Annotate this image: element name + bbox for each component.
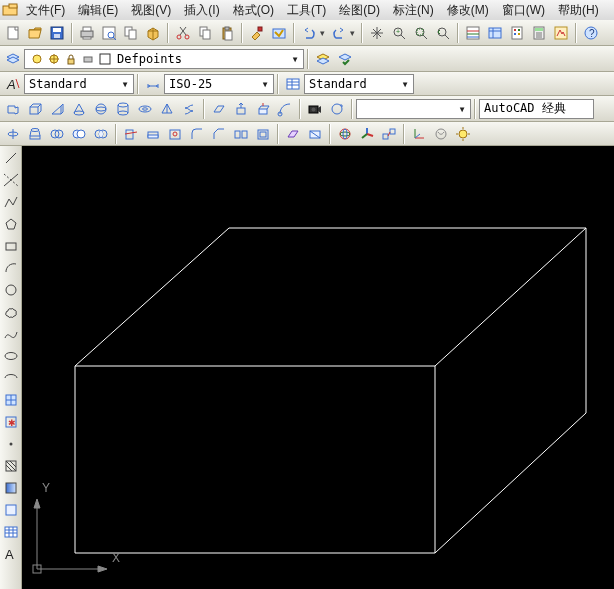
- ucs-icon[interactable]: [408, 123, 430, 145]
- layer-states-icon[interactable]: [334, 48, 356, 70]
- sphere-icon[interactable]: [90, 98, 112, 120]
- polysolid-icon[interactable]: [2, 98, 24, 120]
- wedge-icon[interactable]: [46, 98, 68, 120]
- cone-icon[interactable]: [68, 98, 90, 120]
- box-icon[interactable]: [24, 98, 46, 120]
- menu-tools[interactable]: 工具(T): [281, 1, 333, 20]
- render-icon[interactable]: [452, 123, 474, 145]
- mtext-icon[interactable]: A: [1, 544, 21, 564]
- loft-icon[interactable]: [24, 123, 46, 145]
- menu-window[interactable]: 窗口(W): [496, 1, 552, 20]
- region-icon[interactable]: [1, 500, 21, 520]
- xline-icon[interactable]: [1, 170, 21, 190]
- text-style-combo[interactable]: Standard ▾: [24, 74, 134, 94]
- hatch-icon[interactable]: [1, 456, 21, 476]
- separate-icon[interactable]: [230, 123, 252, 145]
- ellipse-icon[interactable]: [1, 346, 21, 366]
- markup-icon[interactable]: [550, 22, 572, 44]
- table-style-combo[interactable]: Standard ▾: [304, 74, 414, 94]
- pyramid-icon[interactable]: [156, 98, 178, 120]
- workspace-combo[interactable]: AutoCAD 经典: [479, 99, 594, 119]
- imprint-icon[interactable]: [164, 123, 186, 145]
- menu-file[interactable]: 文件(F): [20, 1, 72, 20]
- print-icon[interactable]: [76, 22, 98, 44]
- presspull-icon[interactable]: [252, 98, 274, 120]
- visual-styles-icon[interactable]: [430, 123, 452, 145]
- gradient-icon[interactable]: [1, 478, 21, 498]
- helix-icon[interactable]: [178, 98, 200, 120]
- chamfer-edge-icon[interactable]: [208, 123, 230, 145]
- polyline-icon[interactable]: [1, 192, 21, 212]
- ellipse-arc-icon[interactable]: [1, 368, 21, 388]
- plot-preview-icon[interactable]: [98, 22, 120, 44]
- insert-block-icon[interactable]: [1, 390, 21, 410]
- drawing-canvas[interactable]: Y X: [22, 146, 614, 589]
- copy-icon[interactable]: [194, 22, 216, 44]
- rectangle-icon[interactable]: [1, 236, 21, 256]
- menu-format[interactable]: 格式(O): [227, 1, 281, 20]
- camera-icon[interactable]: [304, 98, 326, 120]
- menu-dim[interactable]: 标注(N): [387, 1, 441, 20]
- make-block-icon[interactable]: ✱: [1, 412, 21, 432]
- intersect-icon[interactable]: [90, 123, 112, 145]
- revcloud-icon[interactable]: [1, 302, 21, 322]
- publish-icon[interactable]: [120, 22, 142, 44]
- arc-icon[interactable]: [1, 258, 21, 278]
- match-prop-icon[interactable]: [246, 22, 268, 44]
- polygon-icon[interactable]: [1, 214, 21, 234]
- line-icon[interactable]: [1, 148, 21, 168]
- tool-palette-icon[interactable]: [506, 22, 528, 44]
- table-style-icon[interactable]: [282, 73, 304, 95]
- solids-input-combo[interactable]: ▾: [356, 99, 471, 119]
- table-icon[interactable]: [1, 522, 21, 542]
- block-editor-icon[interactable]: [268, 22, 290, 44]
- cylinder-icon[interactable]: [112, 98, 134, 120]
- menu-edit[interactable]: 编辑(E): [72, 1, 125, 20]
- menu-help[interactable]: 帮助(H): [552, 1, 606, 20]
- point-icon[interactable]: [1, 434, 21, 454]
- sweep-icon[interactable]: [274, 98, 296, 120]
- cut-icon[interactable]: [172, 22, 194, 44]
- union-icon[interactable]: [46, 123, 68, 145]
- layer-combo[interactable]: Defpoints ▾: [24, 49, 304, 69]
- 3dalign-icon[interactable]: [378, 123, 400, 145]
- open-icon[interactable]: [24, 22, 46, 44]
- menu-insert[interactable]: 插入(I): [178, 1, 226, 20]
- planar-surface-icon[interactable]: [208, 98, 230, 120]
- zoom-realtime-icon[interactable]: +: [388, 22, 410, 44]
- undo-icon[interactable]: [298, 22, 320, 44]
- save-icon[interactable]: [46, 22, 68, 44]
- slice-icon[interactable]: [120, 123, 142, 145]
- menu-view[interactable]: 视图(V): [125, 1, 178, 20]
- dim-style-icon[interactable]: [142, 73, 164, 95]
- paste-icon[interactable]: [216, 22, 238, 44]
- torus-icon[interactable]: [134, 98, 156, 120]
- layer-previous-icon[interactable]: [312, 48, 334, 70]
- menu-modify[interactable]: 修改(M): [441, 1, 496, 20]
- section-plane-icon[interactable]: [282, 123, 304, 145]
- properties-icon[interactable]: [462, 22, 484, 44]
- redo-icon[interactable]: [328, 22, 350, 44]
- layer-manager-icon[interactable]: [2, 48, 24, 70]
- zoom-window-icon[interactable]: [410, 22, 432, 44]
- calc-icon[interactable]: [528, 22, 550, 44]
- thicken-icon[interactable]: [142, 123, 164, 145]
- new-icon[interactable]: [2, 22, 24, 44]
- redo-dropdown-icon[interactable]: ▾: [350, 28, 358, 38]
- extrude-icon[interactable]: [230, 98, 252, 120]
- 3ddwg-icon[interactable]: [142, 22, 164, 44]
- shell-icon[interactable]: [252, 123, 274, 145]
- spline-icon[interactable]: [1, 324, 21, 344]
- fillet-edge-icon[interactable]: [186, 123, 208, 145]
- dim-style-combo[interactable]: ISO-25 ▾: [164, 74, 274, 94]
- text-style-icon[interactable]: A: [2, 73, 24, 95]
- zoom-prev-icon[interactable]: [432, 22, 454, 44]
- revolve2-icon[interactable]: [2, 123, 24, 145]
- subtract-icon[interactable]: [68, 123, 90, 145]
- menu-draw[interactable]: 绘图(D): [333, 1, 387, 20]
- circle-icon[interactable]: [1, 280, 21, 300]
- flatshot-icon[interactable]: [304, 123, 326, 145]
- revolve-icon[interactable]: [326, 98, 348, 120]
- sheetset-icon[interactable]: [484, 22, 506, 44]
- help-icon[interactable]: ?: [580, 22, 602, 44]
